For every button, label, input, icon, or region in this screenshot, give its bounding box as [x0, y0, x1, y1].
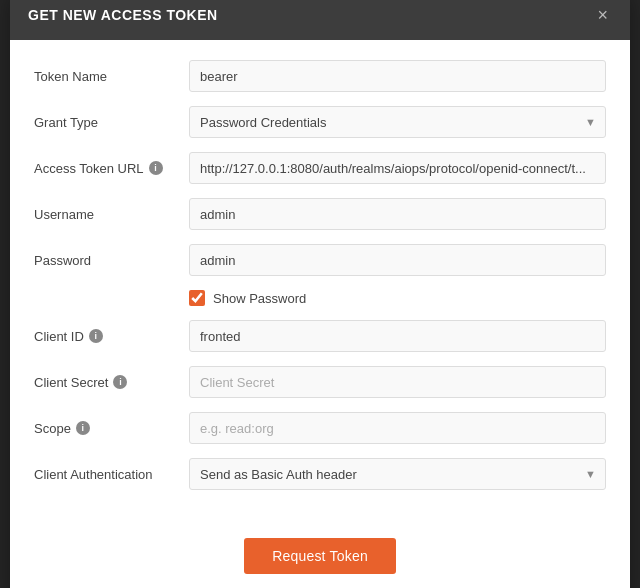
request-token-button[interactable]: Request Token: [244, 538, 396, 574]
client-secret-input[interactable]: [189, 366, 606, 398]
client-auth-label: Client Authentication: [34, 467, 189, 482]
username-label: Username: [34, 207, 189, 222]
client-secret-label: Client Secret i: [34, 375, 189, 390]
access-token-url-row: Access Token URL i: [34, 152, 606, 184]
access-token-url-input[interactable]: [189, 152, 606, 184]
show-password-row: Show Password: [34, 290, 606, 306]
scope-row: Scope i: [34, 412, 606, 444]
client-id-info-icon[interactable]: i: [89, 329, 103, 343]
show-password-checkbox[interactable]: [189, 290, 205, 306]
client-id-input[interactable]: [189, 320, 606, 352]
client-secret-info-icon[interactable]: i: [113, 375, 127, 389]
modal-overlay: GET NEW ACCESS TOKEN × Token Name Grant …: [0, 0, 640, 588]
username-input[interactable]: [189, 198, 606, 230]
username-row: Username: [34, 198, 606, 230]
access-token-url-label: Access Token URL i: [34, 161, 189, 176]
client-auth-select[interactable]: Send as Basic Auth header Send client cr…: [189, 458, 606, 490]
modal-header: GET NEW ACCESS TOKEN ×: [10, 0, 630, 40]
client-auth-row: Client Authentication Send as Basic Auth…: [34, 458, 606, 490]
modal-body: Token Name Grant Type Authorization Code…: [10, 40, 630, 528]
password-label: Password: [34, 253, 189, 268]
modal-footer: Request Token: [10, 528, 630, 588]
scope-info-icon[interactable]: i: [76, 421, 90, 435]
password-row: Password: [34, 244, 606, 276]
modal: GET NEW ACCESS TOKEN × Token Name Grant …: [10, 0, 630, 588]
close-button[interactable]: ×: [593, 4, 612, 26]
grant-type-select-wrapper: Authorization Code Implicit Password Cre…: [189, 106, 606, 138]
token-name-label: Token Name: [34, 69, 189, 84]
password-input[interactable]: [189, 244, 606, 276]
scope-input[interactable]: [189, 412, 606, 444]
modal-title: GET NEW ACCESS TOKEN: [28, 7, 218, 23]
client-auth-select-wrapper: Send as Basic Auth header Send client cr…: [189, 458, 606, 490]
show-password-label[interactable]: Show Password: [213, 291, 306, 306]
scope-label: Scope i: [34, 421, 189, 436]
grant-type-label: Grant Type: [34, 115, 189, 130]
access-token-url-info-icon[interactable]: i: [149, 161, 163, 175]
token-name-input[interactable]: [189, 60, 606, 92]
grant-type-row: Grant Type Authorization Code Implicit P…: [34, 106, 606, 138]
client-secret-row: Client Secret i: [34, 366, 606, 398]
grant-type-select[interactable]: Authorization Code Implicit Password Cre…: [189, 106, 606, 138]
token-name-row: Token Name: [34, 60, 606, 92]
client-id-row: Client ID i: [34, 320, 606, 352]
client-id-label: Client ID i: [34, 329, 189, 344]
